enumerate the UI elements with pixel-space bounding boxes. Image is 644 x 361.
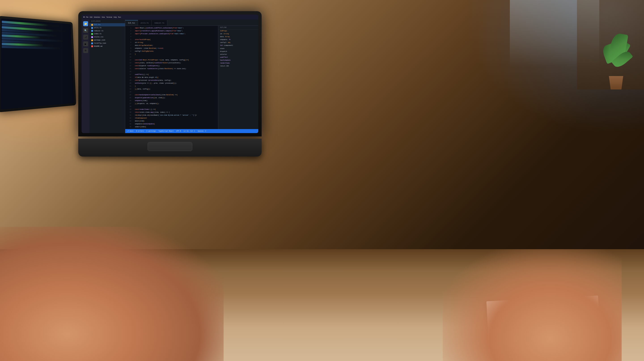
- outline-item-10[interactable]: useEffect: [218, 56, 258, 59]
- tab-bar: IcE.tsx utils.ts reducer.ts: [125, 20, 258, 26]
- laptop-bezel: ◆ File Edit Selection View Terminal Help…: [78, 11, 262, 136]
- outline-item-8[interactable]: dispatch: [218, 50, 258, 53]
- sidebar-item-ice[interactable]: IcE.tsx: [90, 23, 125, 26]
- sidebar-filename-index: index.ts: [94, 33, 102, 35]
- touchpad[interactable]: [148, 142, 192, 151]
- outline-item-7[interactable]: state: [218, 47, 258, 50]
- outline-header: OUTLINE: [218, 26, 258, 30]
- outline-panel: OUTLINE IcEProps id: string data: Array …: [218, 26, 258, 129]
- file-icon-red: [91, 46, 93, 47]
- line-numbers: 12345 678910 1112131415 1617181920 21222…: [125, 26, 133, 129]
- search-icon[interactable]: 🔍: [83, 28, 88, 33]
- outline-item-12[interactable]: renderItems: [218, 62, 258, 65]
- main-laptop: ◆ File Edit Selection View Terminal Help…: [78, 11, 262, 156]
- sidebar-header: EXPLORER: [90, 20, 125, 23]
- editor-content-area[interactable]: 12345 678910 1112131415 1617181920 21222…: [125, 26, 258, 129]
- sidebar-item-utils[interactable]: utils.ts: [90, 26, 125, 30]
- status-bar: ⎇ main 0 errors 2 warnings TypeScript Re…: [125, 129, 258, 133]
- tab-ice[interactable]: IcE.tsx: [125, 20, 138, 26]
- sidebar-item-package[interactable]: package.json: [90, 39, 125, 42]
- tab-reducer[interactable]: reducer.ts: [152, 20, 167, 26]
- sidebar-filename-utils: utils.ts: [94, 27, 102, 29]
- tab-label-reducer: reducer.ts: [154, 22, 164, 24]
- status-branch: ⎇ main: [127, 130, 134, 132]
- laptop-base: [78, 139, 262, 156]
- outline-item-3[interactable]: data: Array: [218, 35, 258, 38]
- menu-edit[interactable]: Edit: [90, 16, 92, 18]
- menu-bar: ◆ File Edit Selection View Terminal Help…: [82, 14, 258, 20]
- sidebar-item-readme[interactable]: README.md: [90, 45, 125, 48]
- right-hand: [443, 249, 622, 361]
- menu-selection[interactable]: Selection: [94, 16, 100, 18]
- outline-item-2[interactable]: id: string: [218, 32, 258, 35]
- sidebar-filename-tsconfig: tsconfig.json: [94, 42, 106, 44]
- sidebar-filename-styles: styles.css: [94, 36, 103, 38]
- outline-item-5[interactable]: config?: obj: [218, 41, 258, 44]
- outline-item-1[interactable]: IcEProps: [218, 30, 258, 32]
- file-explorer-sidebar: EXPLORER IcE.tsx utils.ts reducer.ts: [90, 20, 125, 133]
- sidebar-filename-ice: IcE.tsx: [94, 24, 100, 26]
- outline-item-4[interactable]: onUpdate: fn: [218, 38, 258, 41]
- status-errors: 0 errors: [136, 130, 144, 132]
- plant-decoration: [599, 22, 633, 90]
- outline-item-9[interactable]: selector: [218, 53, 258, 56]
- file-icon-ts: [91, 42, 93, 44]
- sidebar-filename-package: package.json: [94, 39, 105, 42]
- file-icon-purple: [91, 36, 93, 38]
- git-icon[interactable]: ⎇: [83, 35, 88, 40]
- status-spaces[interactable]: Spaces: 2: [198, 130, 206, 132]
- status-encoding[interactable]: UTF-8: [176, 130, 181, 132]
- left-hand: [0, 227, 224, 361]
- menu-run[interactable]: Run: [118, 16, 121, 18]
- menu-file[interactable]: File: [86, 16, 88, 18]
- scene: ◆ File Edit Selection View Terminal Help…: [0, 0, 644, 361]
- outline-item-11[interactable]: handleUpdate: [218, 59, 258, 62]
- outline-item-13[interactable]: return JSX: [218, 65, 258, 68]
- status-warnings: 2 warnings: [146, 130, 156, 132]
- sidebar-item-reducer[interactable]: reducer.ts: [90, 30, 125, 33]
- status-line-col: Ln 12, Col 1: [184, 130, 195, 132]
- sidebar-item-styles[interactable]: styles.css: [90, 36, 125, 39]
- editor-main: IcE.tsx utils.ts reducer.ts: [125, 20, 258, 133]
- background-laptop: [0, 16, 76, 112]
- status-language[interactable]: TypeScript React: [158, 130, 174, 132]
- ide-container: 📁 🔍 ⎇ ▶ ⧉ EXPLORER IcE.tsx: [82, 20, 258, 133]
- file-icon-orange: [91, 24, 93, 26]
- menu-terminal[interactable]: Terminal: [106, 16, 112, 18]
- extensions-icon[interactable]: ⧉: [83, 48, 88, 53]
- menu-help[interactable]: Help: [114, 16, 117, 18]
- file-icon-green: [91, 33, 93, 35]
- debug-icon[interactable]: ▶: [83, 42, 88, 46]
- tab-label-utils: utils.ts: [141, 22, 149, 24]
- file-icon-blue: [91, 27, 93, 29]
- menu-apple: ◆: [84, 16, 84, 18]
- laptop-screen: ◆ File Edit Selection View Terminal Help…: [82, 14, 258, 133]
- file-icon-orange2: [91, 39, 93, 41]
- tab-label-ice: IcE.tsx: [128, 22, 135, 24]
- activity-bar: 📁 🔍 ⎇ ▶ ⧉: [82, 20, 90, 133]
- sidebar-filename-reducer: reducer.ts: [94, 30, 103, 32]
- sidebar-item-index[interactable]: index.ts: [90, 32, 125, 36]
- tab-utils[interactable]: utils.ts: [138, 20, 152, 26]
- explorer-icon[interactable]: 📁: [83, 21, 88, 26]
- code-editor[interactable]: import React, { useState, useEffect, use…: [133, 26, 218, 129]
- sidebar-filename-readme: README.md: [94, 46, 102, 48]
- menu-view[interactable]: View: [102, 16, 105, 18]
- outline-item-6[interactable]: IcE (component): [218, 44, 258, 47]
- file-icon-blue2: [91, 30, 93, 32]
- sidebar-item-tsconfig[interactable]: tsconfig.json: [90, 42, 125, 45]
